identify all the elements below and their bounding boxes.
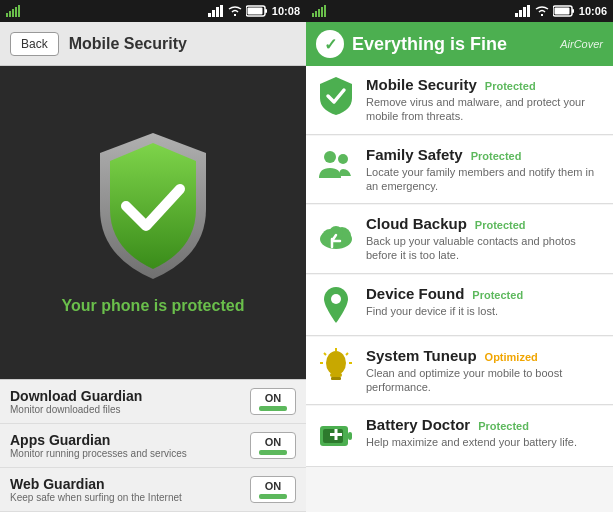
feature-name-cloud-backup: Cloud Backup	[366, 215, 467, 232]
android-icon-right	[312, 5, 326, 17]
cloud-icon	[317, 219, 355, 251]
svg-rect-1	[9, 11, 11, 17]
svg-point-24	[324, 151, 336, 163]
back-button[interactable]: Back	[10, 32, 59, 56]
signal-bars-right	[515, 5, 531, 17]
guardian-list: Download Guardian Monitor downloaded fil…	[0, 379, 306, 512]
feature-header-family-safety: Family Safety Protected	[366, 146, 603, 163]
battery-icon-right	[553, 5, 575, 17]
svg-rect-32	[330, 373, 342, 377]
svg-point-30	[331, 294, 341, 304]
svg-rect-6	[212, 10, 215, 17]
shield-feature-icon	[318, 76, 354, 116]
feature-icon-system-tuneup	[316, 347, 356, 387]
shield-icon	[88, 131, 218, 281]
feature-item-cloud-backup: Cloud Backup Protected Back up your valu…	[306, 205, 613, 274]
feature-desc-device-found: Find your device if it is lost.	[366, 304, 603, 318]
status-bar-right: 10:06	[306, 0, 613, 22]
guardian-name-apps: Apps Guardian	[10, 432, 187, 448]
svg-rect-14	[318, 9, 320, 17]
guardian-desc-download: Monitor downloaded files	[10, 404, 142, 415]
status-icons-left	[6, 5, 20, 17]
toggle-apps[interactable]: ON	[250, 432, 296, 459]
feature-status-battery-doctor: Protected	[478, 420, 529, 432]
left-panel: 10:08 Back Mobile Security	[0, 0, 306, 512]
header-check-icon: ✓	[316, 30, 344, 58]
svg-line-35	[346, 353, 348, 355]
guardian-item-web: Web Guardian Keep safe when surfing on t…	[0, 468, 306, 512]
svg-rect-20	[527, 5, 530, 17]
guardian-item-download: Download Guardian Monitor downloaded fil…	[0, 380, 306, 424]
time-right: 10:06	[579, 5, 607, 17]
battery-doctor-icon	[318, 418, 354, 454]
battery-icon-left	[246, 5, 268, 17]
feature-desc-battery-doctor: Help maximize and extend your battery li…	[366, 435, 603, 449]
feature-content-battery-doctor: Battery Doctor Protected Help maximize a…	[366, 416, 603, 449]
svg-rect-11	[247, 8, 262, 15]
header-right: ✓ Everything is Fine AirCover	[306, 22, 613, 66]
svg-rect-0	[6, 13, 8, 17]
toggle-label-web: ON	[265, 480, 282, 492]
toggle-download[interactable]: ON	[250, 388, 296, 415]
svg-rect-7	[216, 7, 219, 17]
feature-icon-battery-doctor	[316, 416, 356, 456]
svg-rect-12	[312, 13, 314, 17]
svg-rect-2	[12, 9, 14, 17]
feature-header-mobile-security: Mobile Security Protected	[366, 76, 603, 93]
wifi-icon-right	[535, 6, 549, 16]
feature-name-mobile-security: Mobile Security	[366, 76, 477, 93]
feature-status-family-safety: Protected	[471, 150, 522, 162]
svg-rect-10	[265, 9, 267, 13]
family-icon	[317, 148, 355, 184]
feature-icon-family-safety	[316, 146, 356, 186]
toggle-label-apps: ON	[265, 436, 282, 448]
guardian-info-web: Web Guardian Keep safe when surfing on t…	[10, 476, 182, 503]
feature-header-battery-doctor: Battery Doctor Protected	[366, 416, 603, 433]
svg-rect-5	[208, 13, 211, 17]
feature-name-system-tuneup: System Tuneup	[366, 347, 477, 364]
svg-rect-23	[554, 8, 569, 15]
toggle-bar-web	[259, 494, 287, 499]
toggle-web[interactable]: ON	[250, 476, 296, 503]
feature-desc-cloud-backup: Back up your valuable contacts and photo…	[366, 234, 603, 263]
feature-item-device-found: Device Found Protected Find your device …	[306, 275, 613, 336]
svg-rect-4	[18, 5, 20, 17]
feature-item-family-safety: Family Safety Protected Locate your fami…	[306, 136, 613, 205]
toggle-bar-download	[259, 406, 287, 411]
feature-status-mobile-security: Protected	[485, 80, 536, 92]
svg-point-31	[326, 351, 346, 375]
feature-desc-system-tuneup: Clean and optimize your mobile to boost …	[366, 366, 603, 395]
status-bar-left: 10:08	[0, 0, 306, 22]
android-icon	[6, 5, 20, 17]
feature-desc-mobile-security: Remove virus and malware, and protect yo…	[366, 95, 603, 124]
feature-header-cloud-backup: Cloud Backup Protected	[366, 215, 603, 232]
feature-list: Mobile Security Protected Remove virus a…	[306, 66, 613, 512]
feature-content-mobile-security: Mobile Security Protected Remove virus a…	[366, 76, 603, 124]
svg-rect-19	[523, 7, 526, 17]
guardian-info-apps: Apps Guardian Monitor running processes …	[10, 432, 187, 459]
feature-content-device-found: Device Found Protected Find your device …	[366, 285, 603, 318]
svg-rect-16	[324, 5, 326, 17]
feature-icon-device-found	[316, 285, 356, 325]
feature-name-family-safety: Family Safety	[366, 146, 463, 163]
svg-rect-22	[572, 9, 574, 13]
toggle-bar-apps	[259, 450, 287, 455]
svg-rect-18	[519, 10, 522, 17]
feature-header-device-found: Device Found Protected	[366, 285, 603, 302]
svg-line-36	[324, 353, 326, 355]
protected-text: Your phone is protected	[62, 297, 245, 315]
tuneup-icon	[318, 347, 354, 387]
feature-item-system-tuneup: System Tuneup Optimized Clean and optimi…	[306, 337, 613, 406]
feature-status-device-found: Protected	[472, 289, 523, 301]
svg-rect-8	[220, 5, 223, 17]
header-left: Back Mobile Security	[0, 22, 306, 66]
guardian-info-download: Download Guardian Monitor downloaded fil…	[10, 388, 142, 415]
feature-icon-cloud-backup	[316, 215, 356, 255]
guardian-name-download: Download Guardian	[10, 388, 142, 404]
feature-name-device-found: Device Found	[366, 285, 464, 302]
svg-rect-3	[15, 7, 17, 17]
aircover-brand: AirCover	[560, 38, 603, 50]
svg-rect-13	[315, 11, 317, 17]
feature-item-battery-doctor: Battery Doctor Protected Help maximize a…	[306, 406, 613, 467]
signal-bars-left	[208, 5, 224, 17]
